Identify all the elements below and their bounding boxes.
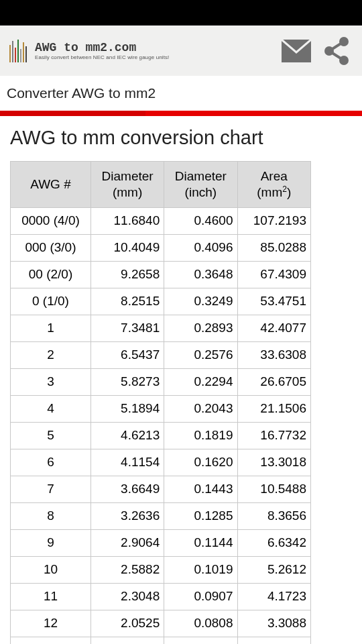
table-header-row: AWG # Diameter (mm) Diameter (inch) Area… xyxy=(11,162,311,208)
svg-point-3 xyxy=(339,37,349,46)
cell-diameter-inch: 0.1285 xyxy=(164,502,237,529)
cell-awg: 7 xyxy=(11,476,91,502)
table-row: 131.82780.07202.6240 xyxy=(11,637,311,644)
table-row: 102.58820.10195.2612 xyxy=(11,556,311,583)
cell-awg: 4 xyxy=(11,395,91,422)
cell-area: 107.2193 xyxy=(237,207,311,234)
table-row: 0 (1/0)8.25150.324953.4751 xyxy=(11,288,311,315)
table-row: 26.54370.257633.6308 xyxy=(11,341,311,368)
cell-awg: 12 xyxy=(11,610,91,637)
table-row: 73.66490.144310.5488 xyxy=(11,476,311,502)
cell-area: 3.3088 xyxy=(237,610,311,637)
cell-area: 26.6705 xyxy=(237,368,311,395)
cell-diameter-inch: 0.4600 xyxy=(164,207,237,234)
cell-diameter-inch: 0.2893 xyxy=(164,315,237,341)
cell-diameter-mm: 2.0525 xyxy=(90,610,164,637)
cell-diameter-inch: 0.0808 xyxy=(164,610,237,637)
cell-diameter-inch: 0.2043 xyxy=(164,395,237,422)
cell-diameter-inch: 0.1620 xyxy=(164,449,237,476)
table-row: 54.62130.181916.7732 xyxy=(11,422,311,449)
cell-diameter-mm: 8.2515 xyxy=(90,288,164,315)
cell-area: 6.6342 xyxy=(237,529,311,556)
col-header-diameter-mm: Diameter (mm) xyxy=(90,162,164,208)
cell-diameter-mm: 2.5882 xyxy=(90,556,164,583)
cell-diameter-mm: 7.3481 xyxy=(90,315,164,341)
cell-diameter-mm: 10.4049 xyxy=(90,234,164,261)
cell-diameter-mm: 2.3048 xyxy=(90,583,164,610)
svg-point-4 xyxy=(324,46,334,56)
cell-diameter-inch: 0.3648 xyxy=(164,261,237,288)
cell-awg: 10 xyxy=(11,556,91,583)
conversion-table: AWG # Diameter (mm) Diameter (inch) Area… xyxy=(10,161,311,644)
cell-diameter-mm: 5.1894 xyxy=(90,395,164,422)
cell-awg: 2 xyxy=(11,341,91,368)
cell-awg: 000 (3/0) xyxy=(11,234,91,261)
cell-area: 33.6308 xyxy=(237,341,311,368)
content-area: AWG to mm conversion chart AWG # Diamete… xyxy=(0,116,362,644)
cell-diameter-inch: 0.1144 xyxy=(164,529,237,556)
mail-icon xyxy=(281,39,312,63)
cell-diameter-mm: 9.2658 xyxy=(90,261,164,288)
table-row: 83.26360.12858.3656 xyxy=(11,502,311,529)
cell-awg: 00 (2/0) xyxy=(11,261,91,288)
logo-subtitle: Easily convert between NEC and IEC wire … xyxy=(35,54,169,60)
cell-diameter-inch: 0.2576 xyxy=(164,341,237,368)
cell-awg: 8 xyxy=(11,502,91,529)
cell-diameter-mm: 11.6840 xyxy=(90,207,164,234)
cell-diameter-mm: 6.5437 xyxy=(90,341,164,368)
table-row: 112.30480.09074.1723 xyxy=(11,583,311,610)
tab-indicator xyxy=(0,111,362,116)
cell-diameter-inch: 0.1819 xyxy=(164,422,237,449)
cell-area: 21.1506 xyxy=(237,395,311,422)
cell-diameter-mm: 1.8278 xyxy=(90,637,164,644)
cell-diameter-mm: 4.6213 xyxy=(90,422,164,449)
cell-awg: 11 xyxy=(11,583,91,610)
cell-diameter-inch: 0.4096 xyxy=(164,234,237,261)
cell-awg: 6 xyxy=(11,449,91,476)
table-row: 92.90640.11446.6342 xyxy=(11,529,311,556)
mail-button[interactable] xyxy=(276,31,316,71)
share-button[interactable] xyxy=(316,31,357,71)
cell-area: 8.3656 xyxy=(237,502,311,529)
cell-awg: 9 xyxy=(11,529,91,556)
cell-diameter-mm: 3.2636 xyxy=(90,502,164,529)
page-heading: AWG to mm conversion chart xyxy=(10,127,352,149)
cell-diameter-mm: 2.9064 xyxy=(90,529,164,556)
share-icon xyxy=(321,36,352,66)
cell-area: 10.5488 xyxy=(237,476,311,502)
cell-area: 42.4077 xyxy=(237,315,311,341)
table-row: 35.82730.229426.6705 xyxy=(11,368,311,395)
cell-awg: 0000 (4/0) xyxy=(11,207,91,234)
table-row: 17.34810.289342.4077 xyxy=(11,315,311,341)
cell-area: 16.7732 xyxy=(237,422,311,449)
table-row: 000 (3/0)10.40490.409685.0288 xyxy=(11,234,311,261)
table-row: 45.18940.204321.1506 xyxy=(11,395,311,422)
col-header-diameter-inch: Diameter (inch) xyxy=(164,162,237,208)
cell-area: 53.4751 xyxy=(237,288,311,315)
cell-awg: 5 xyxy=(11,422,91,449)
cell-awg: 0 (1/0) xyxy=(11,288,91,315)
svg-point-5 xyxy=(339,56,349,65)
cell-area: 5.2612 xyxy=(237,556,311,583)
cell-awg: 13 xyxy=(11,637,91,644)
wires-icon xyxy=(5,37,31,65)
tab-title[interactable]: Converter AWG to mm2 xyxy=(0,76,362,111)
table-row: 64.11540.162013.3018 xyxy=(11,449,311,476)
cell-diameter-inch: 0.1019 xyxy=(164,556,237,583)
cell-diameter-mm: 4.1154 xyxy=(90,449,164,476)
cell-area: 13.3018 xyxy=(237,449,311,476)
cell-area: 67.4309 xyxy=(237,261,311,288)
app-logo[interactable]: AWG to mm2.com Easily convert between NE… xyxy=(5,37,169,65)
cell-awg: 3 xyxy=(11,368,91,395)
app-bar: AWG to mm2.com Easily convert between NE… xyxy=(0,25,362,76)
table-row: 0000 (4/0)11.68400.4600107.2193 xyxy=(11,207,311,234)
cell-area: 4.1723 xyxy=(237,583,311,610)
logo-title: AWG to mm2.com xyxy=(35,41,169,54)
cell-awg: 1 xyxy=(11,315,91,341)
cell-area: 2.6240 xyxy=(237,637,311,644)
table-row: 00 (2/0)9.26580.364867.4309 xyxy=(11,261,311,288)
cell-diameter-mm: 3.6649 xyxy=(90,476,164,502)
col-header-area: Area (mm2) xyxy=(237,162,311,208)
col-header-awg: AWG # xyxy=(11,162,91,208)
status-bar xyxy=(0,0,362,25)
